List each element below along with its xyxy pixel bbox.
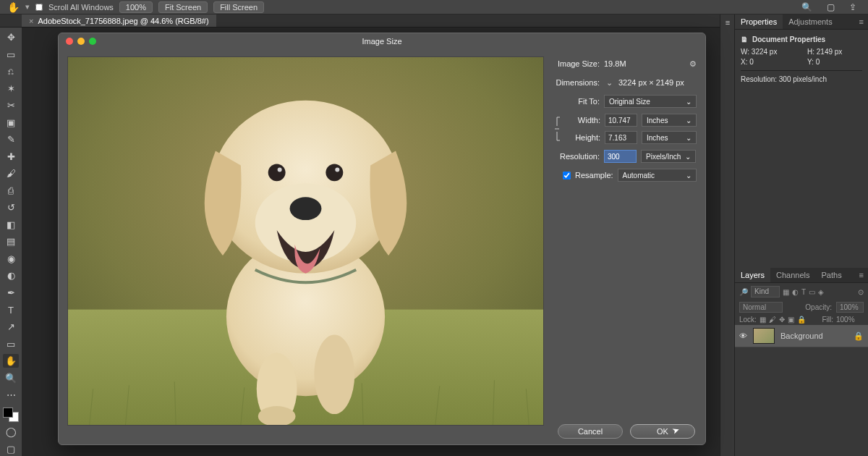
blend-mode-select[interactable]: Normal: [739, 302, 783, 313]
dimensions-value: 3224 px × 2149 px: [618, 78, 684, 87]
heal-tool-icon[interactable]: ✚: [3, 150, 19, 164]
resolution-units-select[interactable]: Pixels/Inch⌄: [641, 150, 696, 163]
width-units-select[interactable]: Inches⌄: [642, 114, 697, 127]
height-input[interactable]: [605, 131, 637, 144]
zoom-tool-icon[interactable]: 🔍: [3, 371, 19, 385]
document-title: AdobeStock_71756888.jpeg @ 44.6% (RGB/8#…: [38, 17, 208, 25]
fill-screen-button[interactable]: Fill Screen: [213, 1, 264, 13]
dimensions-unit-icon[interactable]: ⌄: [604, 77, 614, 88]
height-units-select[interactable]: Inches⌄: [642, 131, 697, 144]
document-tab[interactable]: × AdobeStock_71756888.jpeg @ 44.6% (RGB/…: [22, 14, 216, 27]
path-tool-icon[interactable]: ↗: [3, 320, 19, 334]
svg-point-18: [326, 164, 343, 181]
h-value: 2149 px: [817, 48, 843, 56]
width-input[interactable]: [605, 114, 637, 127]
tab-adjustments[interactable]: Adjustments: [783, 14, 838, 29]
lock-transparency-icon[interactable]: ▦: [760, 316, 766, 324]
filter-type-icon[interactable]: T: [801, 288, 806, 296]
fill-label: Fill:: [822, 316, 833, 324]
resample-select[interactable]: Automatic⌄: [618, 169, 697, 182]
dodge-tool-icon[interactable]: ◐: [3, 269, 19, 283]
filter-smart-icon[interactable]: ◈: [818, 288, 824, 296]
search-icon[interactable]: 🔍: [797, 2, 817, 12]
filter-toggle-icon[interactable]: ⊙: [858, 288, 864, 296]
w-value: 3224 px: [752, 48, 778, 56]
marquee-tool-icon[interactable]: ▭: [3, 48, 19, 62]
filter-adjust-icon[interactable]: ◐: [792, 288, 799, 296]
blur-tool-icon[interactable]: ◉: [3, 252, 19, 266]
filter-shape-icon[interactable]: ▭: [809, 288, 815, 296]
image-preview[interactable]: [67, 56, 544, 426]
fit-screen-button[interactable]: Fit Screen: [158, 1, 208, 13]
lasso-tool-icon[interactable]: ⎌: [3, 64, 19, 79]
share-icon[interactable]: ⇪: [845, 2, 861, 12]
tools-panel: ✥ ▭ ⎌ ✶ ✂ ▣ ✎ ✚ 🖌 ⎙ ↺ ◧ ▤ ◉ ◐ ✒ T ↗ ▭ ✋ …: [0, 28, 22, 456]
filter-pixel-icon[interactable]: ▦: [783, 288, 789, 296]
link-icon[interactable]: [553, 114, 563, 143]
scroll-all-checkbox[interactable]: [35, 4, 43, 11]
layer-name: Background: [780, 332, 823, 340]
close-icon[interactable]: ×: [29, 17, 33, 25]
tab-channels[interactable]: Channels: [770, 268, 815, 282]
right-panels: Properties Adjustments ≡ 🗎 Document Prop…: [734, 14, 868, 456]
lock-icon[interactable]: 🔒: [854, 332, 864, 341]
tab-layers[interactable]: Layers: [735, 268, 770, 282]
y-label: Y:: [807, 58, 814, 66]
panel-icon[interactable]: ≡: [720, 14, 735, 30]
stamp-tool-icon[interactable]: ⎙: [3, 184, 19, 198]
cancel-button[interactable]: Cancel: [558, 424, 623, 439]
resolution-input[interactable]: [604, 150, 637, 163]
lock-paint-icon[interactable]: 🖌: [769, 316, 776, 324]
shape-tool-icon[interactable]: ▭: [3, 337, 19, 351]
eyedropper-tool-icon[interactable]: ✎: [3, 132, 19, 147]
brush-tool-icon[interactable]: 🖌: [3, 166, 19, 181]
fill-input[interactable]: 100%: [836, 316, 864, 324]
gradient-tool-icon[interactable]: ▤: [3, 235, 19, 249]
dialog-form: Image Size: 19.8M ⚙︎ Dimensions: ⌄ 3224 …: [553, 56, 697, 439]
resample-checkbox[interactable]: [563, 172, 571, 180]
svg-point-19: [278, 167, 282, 172]
ok-button[interactable]: OK: [630, 424, 695, 439]
crop-tool-icon[interactable]: ✂: [3, 98, 19, 113]
hand-tool-icon[interactable]: ✋: [3, 354, 19, 368]
dialog-titlebar[interactable]: Image Size: [59, 33, 705, 49]
type-tool-icon[interactable]: T: [3, 303, 19, 317]
edit-toolbar-icon[interactable]: ⋯: [3, 388, 19, 402]
lock-all-icon[interactable]: 🔒: [797, 316, 806, 324]
properties-panel-body: 🗎 Document Properties W: 3224 px H: 2149…: [735, 30, 868, 89]
workspace-icon[interactable]: ▢: [822, 2, 839, 12]
gear-icon[interactable]: ⚙︎: [689, 59, 697, 69]
lock-position-icon[interactable]: ✥: [779, 316, 785, 324]
opacity-input[interactable]: 100%: [836, 302, 864, 313]
wand-tool-icon[interactable]: ✶: [3, 82, 19, 96]
y-value: 0: [816, 58, 820, 66]
visibility-icon[interactable]: 👁: [739, 332, 747, 340]
panel-menu-icon[interactable]: ≡: [855, 14, 868, 29]
properties-heading: Document Properties: [752, 35, 825, 43]
zoom-value[interactable]: 100%: [119, 1, 153, 13]
eraser-tool-icon[interactable]: ◧: [3, 218, 19, 232]
dropdown-icon[interactable]: ▾: [25, 2, 30, 12]
resolution-text: Resolution: 300 pixels/inch: [741, 75, 862, 83]
mask-mode-icon[interactable]: ◯: [3, 425, 19, 439]
lock-artboard-icon[interactable]: ▣: [788, 316, 794, 324]
filter-kind-select[interactable]: Kind: [751, 286, 780, 297]
layer-item[interactable]: 👁 Background 🔒: [735, 325, 868, 347]
pen-tool-icon[interactable]: ✒: [3, 286, 19, 300]
properties-panel-tabs: Properties Adjustments ≡: [735, 14, 868, 30]
foreground-color-swatch[interactable]: [3, 408, 13, 418]
tab-properties[interactable]: Properties: [735, 14, 783, 29]
history-brush-icon[interactable]: ↺: [3, 200, 19, 215]
layer-thumbnail[interactable]: [753, 328, 775, 344]
panel-menu-icon[interactable]: ≡: [855, 268, 868, 282]
width-label: Width:: [566, 116, 600, 124]
frame-tool-icon[interactable]: ▣: [3, 116, 19, 130]
fit-to-select[interactable]: Original Size⌄: [604, 95, 697, 108]
screen-mode-icon[interactable]: ▢: [3, 442, 19, 456]
resample-label: Resample:: [575, 171, 613, 180]
tab-paths[interactable]: Paths: [816, 268, 848, 282]
svg-point-17: [268, 164, 286, 181]
color-swatches[interactable]: [3, 408, 19, 422]
kind-label: 🔎: [739, 288, 748, 296]
move-tool-icon[interactable]: ✥: [3, 30, 19, 45]
